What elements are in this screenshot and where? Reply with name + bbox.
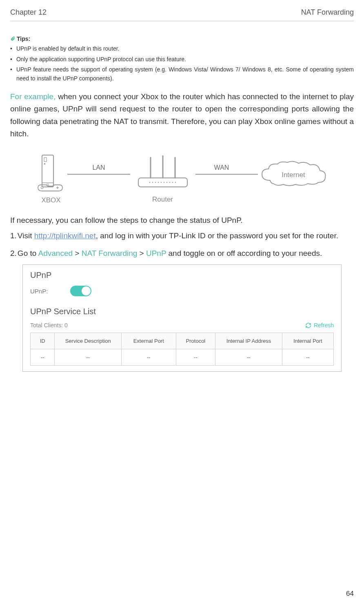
network-diagram: XBOX LAN Router WAN Internet	[10, 154, 354, 204]
svg-point-16	[160, 182, 162, 183]
col-desc: Service Description	[55, 333, 121, 349]
chapter-label: Chapter 12	[10, 8, 47, 17]
upnp-service-list-title: UPnP Service List	[30, 307, 334, 316]
tips-section: Tips: UPnP is enabled by default in this…	[10, 36, 354, 83]
refresh-icon	[305, 322, 311, 329]
tips-label: Tips:	[17, 36, 30, 42]
wan-line: WAN	[195, 174, 258, 175]
svg-point-19	[169, 182, 170, 183]
example-lead: For example,	[10, 92, 55, 101]
tips-list: UPnP is enabled by default in this route…	[10, 44, 354, 83]
steps-intro: If necessary, you can follow the steps t…	[10, 216, 354, 225]
internet-label: Internet	[282, 171, 305, 179]
router-icon	[130, 155, 195, 192]
col-id: ID	[31, 333, 55, 349]
nav-advanced: Advanced	[38, 249, 73, 257]
col-protocol: Protocol	[176, 333, 215, 349]
svg-point-14	[155, 182, 156, 183]
upnp-panel: UPnP UPnP: UPnP Service List Total Clien…	[22, 264, 342, 372]
svg-point-15	[158, 182, 159, 183]
nav-nat-forwarding: NAT Forwarding	[82, 249, 138, 257]
upnp-service-table: ID Service Description External Port Pro…	[30, 333, 334, 366]
step-2: 2. Go to Advanced > NAT Forwarding > UPn…	[10, 247, 354, 260]
router-label: Router	[152, 195, 173, 204]
step-1: 1. Visit http://tplinkwifi.net, and log …	[10, 230, 354, 242]
xbox-icon	[35, 154, 67, 193]
svg-rect-1	[44, 158, 47, 162]
refresh-button[interactable]: Refresh	[305, 322, 334, 329]
svg-point-21	[175, 182, 176, 183]
wan-label: WAN	[214, 164, 229, 171]
nav-upnp: UPnP	[146, 249, 166, 257]
svg-point-13	[152, 182, 153, 183]
page-number: 64	[346, 590, 354, 598]
lan-line: LAN	[67, 174, 130, 175]
upnp-title: UPnP	[30, 271, 334, 280]
list-item: Only the application supporting UPnP pro…	[10, 55, 354, 64]
paperclip-icon	[10, 36, 15, 41]
svg-point-12	[149, 182, 150, 183]
section-title: NAT Forwarding	[301, 8, 354, 17]
svg-rect-0	[42, 155, 53, 187]
tplink-url-link[interactable]: http://tplinkwifi.net	[34, 231, 96, 240]
col-internal-ip: Internal IP Address	[215, 333, 282, 349]
col-internal-port: Internal Port	[282, 333, 333, 349]
xbox-label: XBOX	[41, 196, 60, 204]
upnp-toggle-label: UPnP:	[30, 288, 48, 295]
list-item: UPnP is enabled by default in this route…	[10, 44, 354, 53]
lan-label: LAN	[92, 164, 105, 171]
col-ext-port: External Port	[121, 333, 176, 349]
table-row: -- -- -- -- -- --	[31, 349, 334, 366]
svg-rect-11	[138, 178, 187, 187]
total-clients: Total Clients: 0	[30, 322, 68, 329]
svg-rect-2	[44, 163, 45, 164]
cloud-icon: Internet	[258, 160, 329, 189]
svg-point-5	[41, 187, 43, 189]
svg-point-18	[166, 182, 167, 183]
svg-point-17	[163, 182, 164, 183]
svg-point-20	[172, 182, 173, 183]
example-paragraph: For example, when you connect your Xbox …	[10, 91, 354, 140]
list-item: UPnP feature needs the support of operat…	[10, 65, 354, 83]
page-header: Chapter 12 NAT Forwarding	[10, 8, 354, 21]
upnp-toggle[interactable]	[70, 286, 91, 296]
